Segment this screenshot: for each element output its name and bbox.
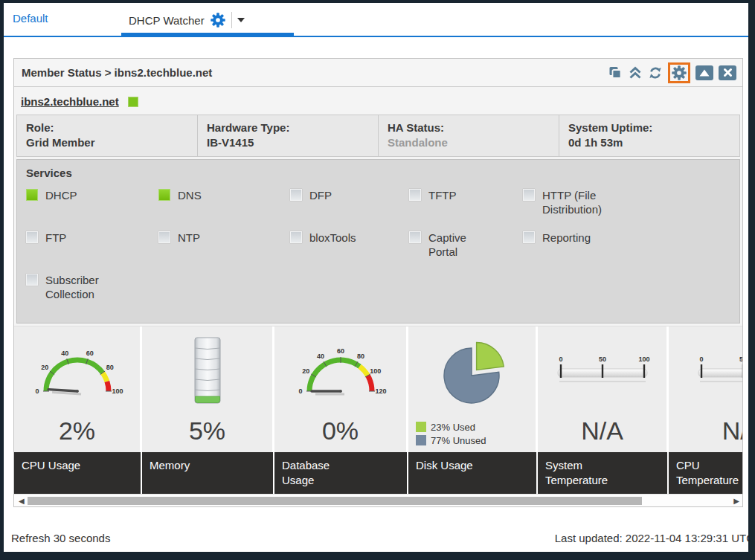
legend-label: 77% Unused — [431, 435, 486, 446]
service-item: NTP — [158, 231, 290, 273]
svg-text:0: 0 — [559, 355, 562, 363]
widget-header: Member Status > ibns2.techblue.net — [14, 59, 742, 87]
settings-icon[interactable] — [672, 65, 687, 80]
svg-text:0: 0 — [298, 387, 302, 395]
service-name: Reporting — [542, 231, 591, 245]
collapse-all-icon[interactable] — [628, 65, 643, 80]
info-label: Hardware Type: — [207, 120, 369, 135]
service-item: TFTP — [409, 188, 523, 231]
settings-highlight-box — [668, 62, 690, 83]
svg-text:80: 80 — [356, 353, 364, 360]
svg-text:60: 60 — [336, 347, 344, 355]
member-status-icon — [128, 97, 138, 107]
service-name: DHCP — [45, 188, 77, 203]
svg-text:60: 60 — [86, 350, 93, 357]
legend-row: 77% Unused — [416, 435, 536, 446]
svg-text:100: 100 — [370, 367, 381, 375]
tab-settings-gear-icon[interactable] — [211, 13, 225, 28]
tab-bar-underline — [4, 36, 748, 37]
tab-dhcp-watcher[interactable]: DHCP Watcher — [121, 3, 294, 37]
minimize-button[interactable] — [695, 65, 713, 80]
service-status-indicator — [409, 189, 421, 201]
info-value: Grid Member — [26, 135, 188, 150]
tab-label: DHCP Watcher — [129, 14, 205, 27]
widget-toolbar — [608, 62, 736, 83]
svg-text:100: 100 — [638, 355, 649, 363]
svg-text:20: 20 — [302, 367, 309, 375]
meter-label-system-temperature: System Temperature — [538, 452, 669, 495]
member-link[interactable]: ibns2.techblue.net — [21, 95, 119, 108]
svg-text:100: 100 — [112, 387, 123, 395]
meter-system-temperature: 050100N/A — [538, 326, 669, 452]
widget-title: Member Status > ibns2.techblue.net — [22, 66, 212, 79]
service-status-indicator — [26, 274, 38, 286]
info-label: HA Status: — [388, 120, 550, 135]
service-status-indicator — [26, 231, 38, 243]
duplicate-icon[interactable] — [608, 65, 623, 80]
services-title: Services — [26, 167, 730, 179]
cpu-usage-chart: 020406080100 — [14, 326, 140, 415]
meter-label-disk-usage: Disk Usage — [408, 452, 538, 495]
horizontal-scrollbar[interactable]: ◀ ▶ — [14, 494, 742, 506]
scroll-left-arrow-icon[interactable]: ◀ — [19, 496, 25, 506]
meter-label-database-usage: Database Usage — [274, 452, 408, 495]
database-usage-chart: 020406080100120 — [274, 326, 406, 415]
system-temperature-value: N/A — [538, 415, 666, 452]
info-value: IB-V1415 — [207, 135, 369, 150]
meter-label-cpu-temperature: CPU Temperature — [669, 452, 743, 495]
svg-text:40: 40 — [61, 350, 68, 357]
services-section: Services DHCP DNS DFP TFTP HTTP (File Di… — [16, 159, 740, 324]
info-cell: Role: Grid Member — [17, 115, 198, 156]
service-item: DFP — [290, 188, 409, 231]
legend-label: 23% Used — [431, 422, 475, 433]
svg-text:120: 120 — [375, 387, 386, 395]
tab-dropdown-caret-icon[interactable] — [237, 18, 245, 22]
last-updated-text: Last updated: 2022-11-04 13:29:31 UTC — [555, 532, 748, 544]
service-name: DFP — [309, 188, 332, 203]
meter-label-bar: CPU UsageMemoryDatabase UsageDisk UsageS… — [14, 452, 742, 495]
svg-text:80: 80 — [106, 364, 113, 371]
service-status-indicator — [523, 231, 535, 243]
legend-swatch — [416, 435, 426, 445]
service-item: Captive Portal — [409, 231, 523, 273]
service-item: FTP — [26, 231, 158, 273]
service-name: Subscriber Collection — [45, 273, 114, 302]
service-status-indicator — [523, 189, 535, 201]
system-temperature-chart: 050100 — [538, 326, 666, 415]
meter-cpu-temperature: 050100N/A — [669, 326, 743, 452]
service-status-indicator — [158, 231, 170, 243]
info-value: Standalone — [388, 135, 550, 150]
service-item: bloxTools — [290, 231, 409, 273]
refresh-icon[interactable] — [648, 65, 663, 80]
svg-text:40: 40 — [316, 353, 324, 360]
legend-row: 23% Used — [416, 422, 536, 433]
cpu-temperature-value: N/A — [669, 415, 743, 452]
service-item: Reporting — [523, 231, 730, 273]
info-value: 0d 1h 53m — [568, 135, 730, 150]
service-name: NTP — [178, 231, 200, 245]
service-status-indicator — [290, 231, 302, 243]
memory-value: 5% — [142, 415, 272, 452]
disk-usage-legend: 23% Used77% Unused — [408, 419, 536, 452]
refresh-interval-text: Refresh 30 seconds — [11, 532, 110, 544]
info-label: Role: — [26, 120, 188, 135]
cpu-temperature-chart: 050100 — [669, 326, 743, 415]
dashboard-page: Default DHCP Watcher Member Status > ibn… — [4, 3, 748, 552]
svg-text:0: 0 — [699, 355, 703, 363]
service-name: DNS — [178, 188, 202, 203]
legend-swatch — [416, 422, 426, 432]
scroll-right-arrow-icon[interactable]: ▶ — [733, 496, 739, 506]
disk-usage-chart — [408, 326, 536, 419]
meter-disk-usage: 23% Used77% Unused — [408, 326, 538, 452]
database-usage-value: 0% — [274, 415, 406, 452]
service-item: Subscriber Collection — [26, 273, 158, 315]
scroll-thumb[interactable] — [28, 497, 642, 505]
info-cell: Hardware Type: IB-V1415 — [198, 115, 379, 156]
services-grid: DHCP DNS DFP TFTP HTTP (File Distributio… — [26, 188, 730, 315]
close-button[interactable] — [719, 65, 736, 80]
tab-default[interactable]: Default — [13, 12, 48, 25]
status-footer: Refresh 30 seconds Last updated: 2022-11… — [11, 532, 748, 544]
service-item: DNS — [158, 188, 290, 231]
meters-strip: 0204060801002% 5%0204060801001200%23% Us… — [14, 326, 742, 452]
info-cell: System Uptime: 0d 1h 53m — [559, 115, 739, 156]
